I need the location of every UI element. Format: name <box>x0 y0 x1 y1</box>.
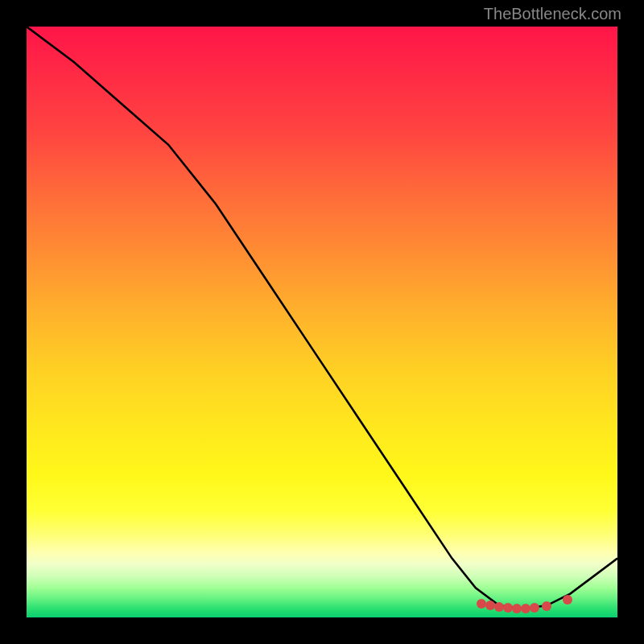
markers-layer <box>27 27 617 617</box>
optimal-marker <box>542 601 551 611</box>
attribution-text: TheBottleneck.com <box>484 5 621 23</box>
plot-area <box>27 27 617 617</box>
optimal-marker <box>530 603 539 613</box>
optimal-marker <box>563 595 572 605</box>
